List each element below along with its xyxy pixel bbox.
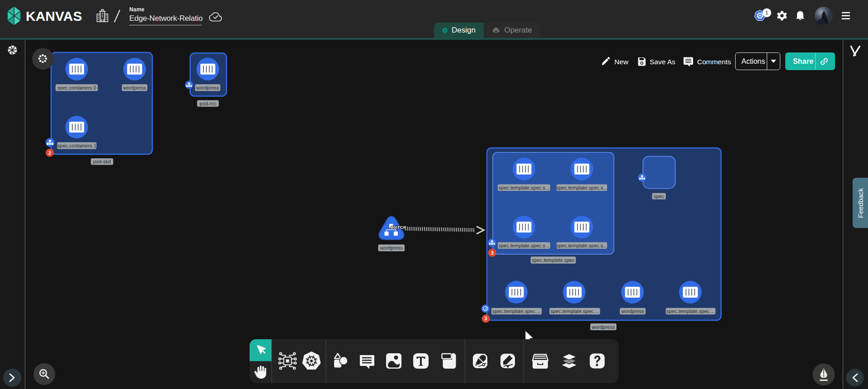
svg-text:spec.template.spec....: spec.template.spec.... — [666, 308, 715, 314]
svg-text:spec.containers.0: spec.containers.0 — [57, 85, 96, 90]
svg-text:spec.template.spec.s...: spec.template.spec.s... — [557, 185, 608, 190]
svg-text:3: 3 — [485, 316, 487, 321]
svg-text:spec.template.spec.s...: spec.template.spec.s... — [499, 185, 550, 190]
svg-text:wordpress: wordpress — [621, 308, 644, 314]
svg-text:wordpress: wordpress — [196, 85, 219, 90]
svg-text:spec.template.spec.s...: spec.template.spec.s... — [499, 243, 550, 248]
svg-text:pod-rcc: pod-rcc — [200, 101, 217, 106]
svg-text:spec: spec — [654, 194, 665, 199]
svg-text:spec.template.spec....: spec.template.spec.... — [551, 308, 599, 314]
svg-text:spec.template.spec.s...: spec.template.spec.s... — [557, 243, 608, 248]
svg-text:wordpress: wordpress — [379, 245, 403, 251]
svg-text:spec.template.spec....: spec.template.spec.... — [492, 308, 541, 314]
svg-text:spec.template.spec: spec.template.spec — [532, 257, 575, 263]
svg-text:Save As: Save As — [650, 58, 675, 66]
svg-text:2: 2 — [48, 151, 51, 156]
svg-text:3: 3 — [491, 251, 494, 256]
svg-text:New: New — [614, 58, 629, 66]
svg-text:spec.containers.1: spec.containers.1 — [57, 143, 96, 148]
svg-text:80/TCP: 80/TCP — [391, 225, 406, 230]
svg-text:wordpress: wordpress — [591, 324, 615, 330]
svg-text:Comments: Comments — [697, 58, 731, 66]
svg-text:pod-skd: pod-skd — [93, 159, 111, 164]
svg-text:wordpress: wordpress — [123, 85, 146, 90]
